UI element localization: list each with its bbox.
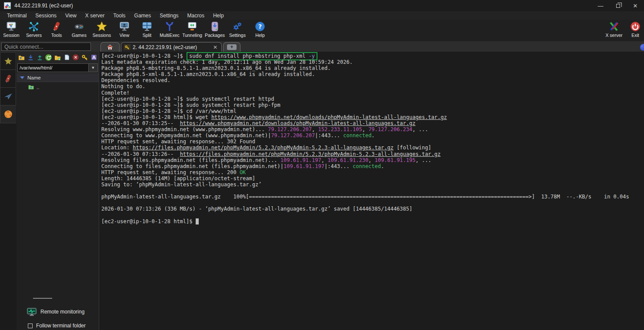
games-label: Games [72,33,87,38]
minimize-button[interactable]: — [592,0,609,11]
new-folder-button[interactable] [54,54,61,61]
swiss-knife-icon [3,73,13,84]
parent-folder-button[interactable] [18,54,25,61]
new-file-icon [64,54,70,61]
terminal-line: [ec2-user@ip-10-0-1-28 ~]$ cd /var/www/h… [101,108,644,114]
strip-tab-sessions[interactable] [0,52,16,70]
paper-plane-icon [3,92,13,101]
terminal-line: Nothing to do. [101,83,644,89]
split-button[interactable]: Split [136,21,158,38]
path-dropdown-button[interactable]: ▼ [89,63,98,72]
star-icon [3,56,13,66]
globe-icon [3,109,13,119]
menu-tools[interactable]: Tools [109,12,130,19]
tab-close-icon[interactable]: ✕ [212,44,219,50]
terminal-line [101,188,644,194]
multiexec-label: MultiExec [160,33,180,38]
sessions-button[interactable]: Sessions [90,21,113,38]
window-controls: — ✕ [592,0,644,11]
home-tab[interactable] [100,42,120,52]
packages-icon [209,21,220,32]
terminal-output: [ec2-user@ip-10-0-1-28 ~]$ sudo dnf inst… [101,53,644,224]
permissions-key-icon [81,54,88,61]
file-entry-parent[interactable]: .. [17,83,99,91]
terminal-line: [ec2-user@ip-10-0-1-28 ~]$ sudo dnf inst… [101,53,644,59]
terminal-line: [ec2-user@ip-10-0-1-28 html]$ wget https… [101,114,644,120]
packages-button[interactable]: Packages [204,21,226,38]
tools-button[interactable]: Tools [45,21,68,38]
delete-button[interactable] [72,54,80,61]
settings-button[interactable]: Settings [226,21,249,38]
menu-bar: Terminal Sessions View X server Tools Ga… [0,11,644,20]
svg-text:?: ? [258,23,262,30]
session-icon [6,21,17,32]
scroll-ball-icon [640,44,644,51]
remote-monitoring-button[interactable]: Remote monitoring [17,305,99,319]
window-title: 44.222.219.91 (ec2-user) [14,3,73,9]
follow-terminal-folder-checkbox-row[interactable]: Follow terminal folder [17,321,99,330]
session-label: Session [3,33,19,38]
menu-terminal[interactable]: Terminal [3,12,31,19]
view-button[interactable]: View [113,21,136,38]
menu-xserver[interactable]: X server [81,12,109,19]
exit-icon [630,21,641,32]
split-label: Split [143,33,151,38]
session-tab-label: 2. 44.222.219.91 (ec2-user) [133,44,209,50]
tunneling-button[interactable]: Tunneling [181,21,204,38]
menu-help[interactable]: Help [209,12,228,19]
strip-tab-sftp[interactable] [0,106,16,123]
tunneling-icon [187,21,198,32]
close-button[interactable]: ✕ [627,0,644,11]
encoding-button[interactable]: A [90,54,97,61]
terminal-line: [ec2-user@ip-10-0-1-28 ~]$ sudo systemct… [101,102,644,108]
games-icon [73,21,85,32]
download-button[interactable] [27,54,34,61]
strip-tab-tools[interactable] [0,70,16,88]
xserver-label: X server [605,33,622,38]
minimize-icon: — [598,3,604,9]
quick-connect-input[interactable] [1,43,91,51]
parent-folder-icon [18,54,25,61]
menu-sessions[interactable]: Sessions [31,12,61,19]
upload-button[interactable] [36,54,43,61]
terminal-line: --2026-01-30 07:13:25-- https://www.phpm… [101,120,644,126]
checkbox-icon [28,323,33,328]
menu-games[interactable]: Games [130,12,156,19]
permissions-button[interactable] [81,54,89,61]
file-list: .. [17,82,99,298]
terminal-line: Location: https://files.phpmyadmin.net/p… [101,145,644,151]
name-column-header[interactable]: Name [17,73,99,82]
terminal-line: Complete! [101,90,644,96]
sort-descending-icon [20,76,24,79]
menu-settings[interactable]: Settings [155,12,183,19]
path-row: ▼ [17,63,99,73]
refresh-button[interactable] [45,54,52,61]
new-file-button[interactable] [63,54,70,61]
servers-icon [28,21,40,32]
view-label: View [120,33,130,38]
name-header-label: Name [27,75,41,80]
help-button[interactable]: ? Help [249,21,271,38]
xserver-button[interactable]: X server [601,21,627,38]
restore-button[interactable] [609,0,627,11]
sessions-label: Sessions [93,33,111,38]
multiexec-button[interactable]: MultiExec [158,21,181,38]
exit-button[interactable]: Exit [627,21,644,38]
servers-button[interactable]: Servers [23,21,45,38]
terminal-line: Resolving www.phpmyadmin.net (www.phpmya… [101,126,644,132]
path-input[interactable] [17,63,89,72]
terminal[interactable]: [ec2-user@ip-10-0-1-28 ~]$ sudo dnf inst… [99,52,644,330]
terminal-line: HTTP request sent, awaiting response... … [101,169,644,175]
delete-icon [72,54,79,61]
new-tab-button[interactable]: + [223,42,240,52]
session-button[interactable]: Session [0,21,23,38]
strip-tab-macros[interactable] [0,88,16,106]
sidebar-bottom: Remote monitoring Follow terminal folder [17,298,99,330]
sessions-star-icon [96,21,107,32]
session-tab[interactable]: 2. 44.222.219.91 (ec2-user) ✕ [121,42,222,52]
games-button[interactable]: Games [68,21,90,38]
menu-macros[interactable]: Macros [183,12,209,19]
tools-icon [51,21,62,32]
file-entry-label: .. [37,85,39,90]
menu-view[interactable]: View [61,12,81,19]
